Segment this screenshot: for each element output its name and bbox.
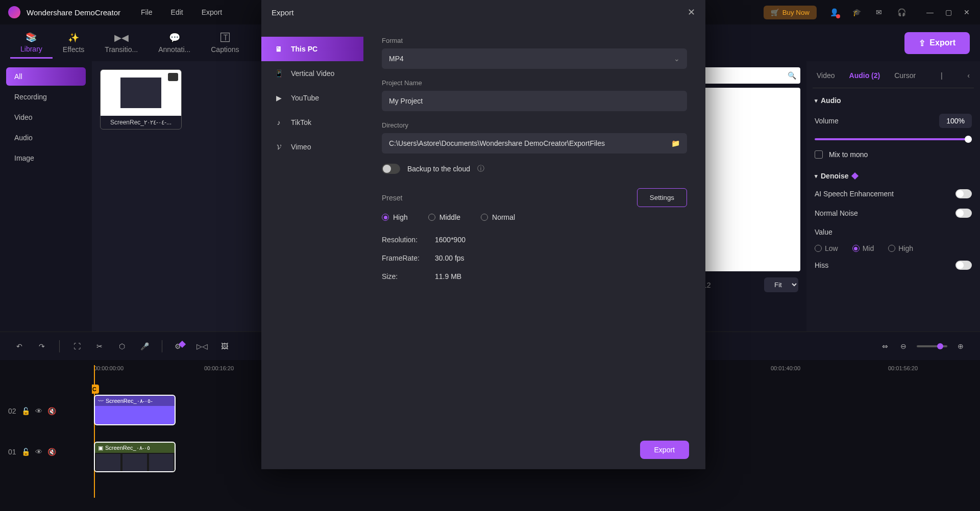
ai-speech-toggle[interactable] [955, 189, 972, 198]
denoise-mid[interactable]: Mid [852, 244, 874, 252]
backup-row: Backup to the cloud ⓘ [382, 164, 687, 174]
sidebar-item-all[interactable]: All [6, 67, 86, 86]
minimize-icon[interactable]: — [925, 7, 935, 17]
directory-value: C:\Users\Astore\Documents\Wondershare De… [389, 139, 671, 147]
undo-icon[interactable]: ↶ [14, 341, 24, 351]
preset-middle[interactable]: Middle [428, 213, 460, 221]
preset-normal-label: Normal [492, 213, 515, 221]
zoom-slider[interactable] [917, 345, 947, 347]
tab-effects[interactable]: ✨Effects [53, 28, 95, 58]
playhead[interactable] [94, 365, 95, 498]
dest-this-pc[interactable]: 🖥This PC [261, 37, 363, 61]
academy-icon[interactable]: 🎓 [851, 7, 862, 17]
size-value: 11.9 MB [435, 272, 461, 280]
menu-edit[interactable]: Edit [171, 8, 183, 16]
dest-label: TikTok [291, 118, 311, 126]
volume-slider[interactable] [815, 138, 972, 140]
zoom-out-icon[interactable]: ⊖ [898, 341, 909, 351]
resolution-row: Resolution:1600*900 [382, 236, 687, 244]
clip-label: ScreenRec_٠٥-٠٨ [105, 445, 150, 451]
denoise-low-label: Low [825, 244, 838, 252]
props-tab-video[interactable]: Video [817, 71, 835, 80]
resolution-value: 1600*900 [435, 236, 465, 244]
account-icon[interactable]: 👤 [829, 7, 839, 17]
backup-toggle[interactable] [382, 164, 400, 174]
project-name-input[interactable]: My Project [382, 91, 687, 111]
ruler-tick: 00:00:00:00 [94, 365, 124, 371]
app-logo-icon [8, 6, 20, 18]
close-window-icon[interactable]: ✕ [962, 7, 972, 17]
directory-input[interactable]: C:\Users\Astore\Documents\Wondershare De… [382, 133, 687, 154]
preset-high[interactable]: High [382, 213, 408, 221]
dest-tiktok[interactable]: ♪TikTok [261, 110, 363, 135]
lock-icon[interactable]: 🔓 [21, 448, 30, 456]
settings-button[interactable]: Settings [637, 188, 687, 207]
tab-annotations[interactable]: 💬Annotati... [148, 28, 201, 58]
mirror-icon[interactable]: ▷◁ [197, 341, 207, 351]
preset-label: Preset [382, 194, 402, 202]
snapshot-icon[interactable]: 🖼 [219, 341, 230, 351]
volume-value[interactable]: 100% [939, 114, 972, 128]
fit-width-icon[interactable]: ⇔ [880, 341, 890, 351]
media-thumbnail[interactable]: ScreenRec_٠٤-٢٠٢٤-... [100, 69, 182, 130]
tab-library[interactable]: 📚Library [10, 28, 53, 59]
sidebar-item-image[interactable]: Image [6, 149, 86, 167]
sidebar-item-recording[interactable]: Recording [6, 88, 86, 106]
denoise-low[interactable]: Low [815, 244, 838, 252]
normal-noise-toggle[interactable] [955, 209, 972, 218]
video-icon: ▣ [98, 445, 103, 451]
video-clip[interactable]: ▣ScreenRec_٠٥-٠٨ [94, 442, 176, 472]
props-tab-scroll-icon[interactable]: ‹ [967, 71, 970, 80]
menu-export[interactable]: Export [202, 8, 222, 16]
redo-icon[interactable]: ↷ [37, 341, 47, 351]
menu-file[interactable]: File [141, 8, 153, 16]
visibility-icon[interactable]: 👁 [35, 448, 42, 456]
export-button[interactable]: ⇪Export [904, 32, 970, 54]
audio-section-header[interactable]: Audio [813, 88, 974, 109]
help-icon[interactable]: ⓘ [477, 164, 484, 173]
denoise-high[interactable]: High [888, 244, 913, 252]
library-sidebar: All Recording Video Audio Image [0, 61, 92, 331]
mute-icon[interactable]: 🔇 [47, 407, 56, 415]
dest-vimeo[interactable]: 𝓥Vimeo [261, 135, 363, 159]
denoise-section-header[interactable]: Denoise [813, 164, 974, 184]
mail-icon[interactable]: ✉ [874, 7, 884, 17]
dest-youtube[interactable]: ▶YouTube [261, 86, 363, 110]
modal-title: Export [272, 8, 293, 17]
export-destinations: 🖥This PC 📱Vertical Video ▶YouTube ♪TikTo… [261, 24, 363, 430]
sidebar-item-video[interactable]: Video [6, 108, 86, 126]
zoom-in-icon[interactable]: ⊕ [955, 341, 966, 351]
format-select[interactable]: MP4⌄ [382, 48, 687, 69]
crop-icon[interactable]: ⛶ [72, 341, 82, 351]
camera-icon [168, 73, 178, 81]
audio-clip[interactable]: 〰ScreenRec_٠٥-٠٨- [94, 395, 176, 425]
split-icon[interactable]: ✂ [94, 341, 105, 351]
tiktok-icon: ♪ [274, 117, 284, 127]
waveform-icon: 〰 [98, 398, 104, 404]
support-icon[interactable]: 🎧 [896, 7, 906, 17]
maximize-icon[interactable]: ▢ [943, 7, 953, 17]
lock-icon[interactable]: 🔓 [21, 407, 30, 415]
folder-icon[interactable]: 📁 [671, 139, 680, 147]
mute-icon[interactable]: 🔇 [47, 448, 56, 456]
dest-vertical-video[interactable]: 📱Vertical Video [261, 61, 363, 86]
tab-transitions[interactable]: ▶◀Transitio... [94, 28, 148, 58]
effects-icon: ✨ [68, 32, 79, 43]
preset-normal[interactable]: Normal [481, 213, 515, 221]
props-tab-cursor[interactable]: Cursor [894, 71, 916, 80]
dest-label: YouTube [291, 94, 319, 102]
preview-fit-select[interactable]: Fit [764, 277, 798, 292]
marker-icon[interactable]: ⬡ [117, 341, 127, 351]
visibility-icon[interactable]: 👁 [35, 407, 42, 415]
hiss-toggle[interactable] [955, 261, 972, 270]
props-tab-audio[interactable]: Audio (2) [849, 71, 880, 80]
buy-now-button[interactable]: 🛒Buy Now [764, 6, 817, 19]
thumbnail-label: ScreenRec_٠٤-٢٠٢٤-... [101, 116, 181, 129]
export-confirm-button[interactable]: Export [640, 441, 689, 459]
tab-captions[interactable]: 🅃Captions [201, 29, 249, 58]
sidebar-item-audio[interactable]: Audio [6, 129, 86, 147]
voiceover-icon[interactable]: 🎤 [139, 341, 150, 351]
close-icon[interactable]: ✕ [688, 7, 695, 18]
group-icon[interactable]: ⚙ [175, 341, 185, 351]
mix-to-mono-checkbox[interactable] [815, 150, 823, 159]
